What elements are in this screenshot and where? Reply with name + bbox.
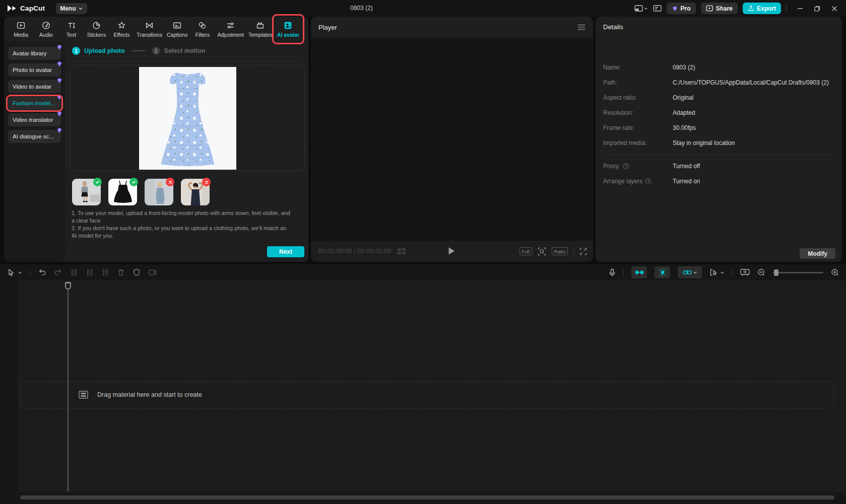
templates-icon (256, 21, 265, 30)
thumbnail-black-dress[interactable] (108, 179, 137, 205)
auto-snap-toggle[interactable] (631, 266, 647, 278)
split-clip-icon[interactable] (70, 268, 78, 276)
timecode-display: 00:00:00:00 / 00:00:00:00 (318, 248, 391, 255)
tab-adjustment[interactable]: Adjustment (216, 18, 245, 41)
tab-filters[interactable]: Filters (190, 18, 214, 41)
divider (65, 242, 308, 243)
detail-row-name: Name: 0803 (2) (603, 64, 836, 71)
export-button[interactable]: Export (743, 3, 781, 14)
tab-audio[interactable]: Audio (34, 18, 58, 41)
timeline-horizontal-scrollbar[interactable] (20, 495, 834, 499)
timeline-section: Drag material here and start to create (0, 264, 846, 504)
minimize-button[interactable] (794, 2, 807, 15)
timeline-dropzone[interactable]: Drag material here and start to create (20, 381, 834, 408)
share-button[interactable]: Share (701, 3, 738, 14)
trim-left-icon[interactable] (86, 268, 94, 276)
full-preview-button[interactable]: Full (519, 247, 532, 255)
magnetic-timeline-toggle[interactable] (655, 266, 670, 278)
sidebar-item-photo-to-avatar[interactable]: Photo to avatar (8, 63, 61, 77)
capcut-logo-icon (7, 5, 17, 12)
instruction-line-2: 2. If you don't have such a photo, or yo… (72, 225, 291, 240)
step-2-label: Select motion (164, 47, 206, 54)
delete-icon[interactable] (117, 268, 125, 276)
record-voiceover-icon[interactable] (609, 268, 616, 277)
ai-avatar-sidebar: Avatar library Photo to avatar Video to … (4, 42, 64, 262)
export-frame-icon[interactable] (148, 268, 157, 276)
tab-ai-avatar[interactable]: AI avatar (276, 18, 301, 41)
upload-instructions: 1. To use your model, upload a front-fac… (72, 209, 291, 240)
timeline-toolbar (0, 264, 846, 280)
restore-icon (814, 6, 820, 12)
minimize-icon (797, 6, 803, 12)
preview-quality-icon[interactable] (740, 269, 750, 276)
frame-preview-icon[interactable] (397, 248, 406, 255)
tab-effects[interactable]: Effects (110, 18, 134, 41)
play-button[interactable] (448, 247, 455, 255)
pro-button[interactable]: Pro (667, 3, 696, 14)
gem-icon (672, 6, 678, 12)
link-icon (683, 269, 692, 275)
layout-switch-button[interactable] (634, 5, 648, 12)
undo-icon[interactable] (38, 268, 46, 276)
panel-layout-button[interactable] (653, 5, 662, 12)
zoom-in-icon[interactable] (831, 268, 839, 276)
step-1-circle: 1 (72, 47, 80, 55)
magnetic-glow-icon (658, 268, 667, 276)
details-panel-title: Details (596, 17, 842, 38)
mask-shield-icon[interactable] (133, 268, 141, 276)
invalid-x-badge (202, 178, 211, 186)
timeline-zoom-slider[interactable] (773, 272, 823, 273)
zoom-out-icon[interactable] (757, 268, 765, 276)
sidebar-item-video-translator[interactable]: Video translator (8, 113, 61, 126)
thumbnail-model-front-facing[interactable] (72, 179, 101, 205)
check-icon (95, 179, 100, 185)
trim-right-icon[interactable] (101, 268, 109, 276)
link-clips-toggle[interactable] (678, 266, 702, 278)
select-tool-button[interactable] (7, 268, 22, 276)
zoom-slider-handle[interactable] (774, 269, 778, 276)
tab-media[interactable]: Media (9, 18, 33, 41)
tab-transitions[interactable]: Transitions (135, 18, 164, 41)
check-icon (131, 179, 137, 185)
close-button[interactable] (828, 2, 841, 15)
detail-row-frame-rate: Frame rate: 30.00fps (603, 124, 836, 131)
fit-zoom-icon[interactable] (538, 247, 546, 256)
sidebar-item-avatar-library[interactable]: Avatar library (8, 47, 61, 60)
playhead-handle[interactable] (65, 282, 71, 290)
modify-button[interactable]: Modify (800, 248, 835, 259)
step-2-circle: 2 (152, 47, 160, 55)
menu-button[interactable]: Menu (56, 3, 87, 14)
sidebar-item-ai-dialogue-scene[interactable]: AI dialogue sc... (8, 130, 61, 143)
step-1-label: Upload photo (84, 47, 125, 54)
invalid-x-badge (166, 178, 174, 186)
detail-row-proxy: Proxy: ? Turned off (603, 163, 836, 170)
redo-icon[interactable] (54, 268, 62, 276)
maximize-button[interactable] (811, 2, 824, 15)
next-button[interactable]: Next (267, 246, 304, 257)
tab-captions[interactable]: Captions (165, 18, 189, 41)
gem-icon (56, 78, 62, 83)
close-icon (831, 6, 837, 12)
player-menu-icon[interactable] (577, 24, 585, 30)
tab-templates[interactable]: Templates (247, 18, 274, 41)
tab-stickers[interactable]: Stickers (85, 18, 108, 41)
filters-icon (198, 21, 207, 30)
tab-text[interactable]: Text (59, 18, 83, 41)
photo-upload-dropzone[interactable] (70, 65, 305, 171)
help-icon[interactable]: ? (645, 178, 651, 184)
help-icon[interactable]: ? (623, 163, 629, 169)
thumbnail-model-side-pose[interactable] (145, 179, 173, 205)
titlebar-separator (786, 5, 787, 12)
chevron-down-icon (78, 6, 83, 11)
detail-row-path: Path: C:/Users/TOPGUS/AppData/Local/CapC… (603, 79, 836, 86)
gem-icon (56, 61, 62, 66)
ratio-button[interactable]: Ratio (552, 247, 568, 255)
sidebar-item-video-to-avatar[interactable]: Video to avatar (8, 80, 61, 93)
upload-photo-content: 1 Upload photo 2 Select motion (64, 42, 308, 262)
sidebar-item-fashion-model[interactable]: Fashion model... (8, 97, 61, 110)
title-bar: CapCut Menu 0803 (2) Pro (0, 0, 846, 17)
thumbnail-model-arms-up[interactable] (181, 179, 210, 205)
track-select-mode-button[interactable] (709, 268, 725, 276)
captions-icon (173, 21, 181, 30)
fullscreen-icon[interactable] (579, 248, 587, 255)
